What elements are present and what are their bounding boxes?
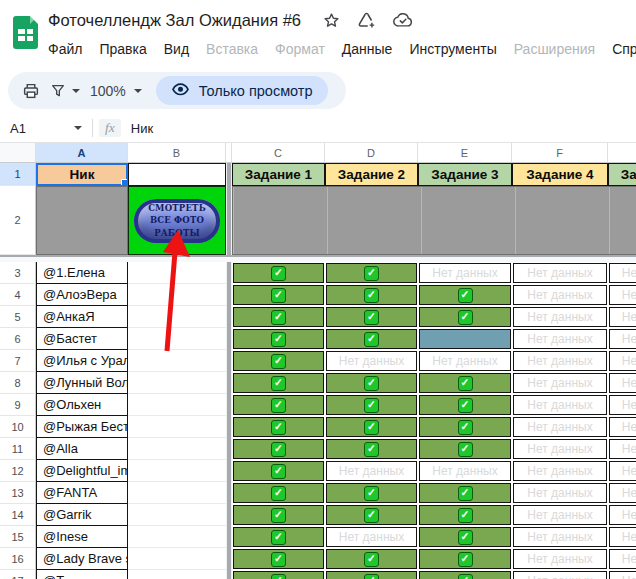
nickname-cell[interactable]: @Ольхен bbox=[36, 394, 128, 416]
nickname-cell[interactable]: @1.Елена bbox=[36, 262, 128, 284]
cell-b-empty[interactable] bbox=[128, 416, 226, 438]
task-cell[interactable] bbox=[232, 504, 325, 526]
nickname-cell[interactable]: @АнкаЯ bbox=[36, 306, 128, 328]
task-cell[interactable] bbox=[232, 482, 325, 504]
add-shortcut-to-drive-icon[interactable] bbox=[357, 12, 376, 29]
menu-item-8[interactable]: Расширения bbox=[512, 41, 597, 57]
column-header-f[interactable]: F bbox=[512, 143, 608, 163]
row-number[interactable]: 2 bbox=[0, 186, 36, 255]
task-cell[interactable]: Нет данных bbox=[418, 460, 512, 482]
row-number[interactable]: 7 bbox=[0, 350, 36, 372]
task-cell[interactable] bbox=[418, 416, 512, 438]
task-cell[interactable] bbox=[232, 350, 325, 372]
cell-a2[interactable] bbox=[36, 186, 128, 255]
cell-b-empty[interactable] bbox=[128, 438, 226, 460]
nickname-cell[interactable]: @Alla bbox=[36, 438, 128, 460]
column-header-a[interactable]: A bbox=[36, 143, 128, 163]
cell-b-empty[interactable] bbox=[128, 372, 226, 394]
filter-dropdown-caret[interactable] bbox=[72, 89, 80, 93]
cell-b-empty[interactable] bbox=[128, 570, 226, 579]
nickname-cell[interactable]: @АлоэВера bbox=[36, 284, 128, 306]
nickname-cell[interactable]: @Рыжая Бести bbox=[36, 416, 128, 438]
column-header-g[interactable] bbox=[608, 143, 636, 163]
menu-item-3[interactable]: Вид bbox=[162, 41, 191, 57]
task-cell[interactable]: Нет данных bbox=[608, 504, 636, 526]
row-number[interactable]: 17 bbox=[0, 570, 36, 579]
task-cell[interactable]: Нет данных bbox=[608, 350, 636, 372]
task-cell[interactable] bbox=[418, 328, 512, 350]
column-header-c[interactable]: C bbox=[232, 143, 325, 163]
row-number[interactable]: 3 bbox=[0, 262, 36, 284]
column-header-b[interactable]: B bbox=[128, 143, 226, 163]
menu-item-7[interactable]: Инструменты bbox=[407, 41, 498, 57]
task-cell[interactable] bbox=[232, 328, 325, 350]
row-number[interactable]: 11 bbox=[0, 438, 36, 460]
task-cell[interactable] bbox=[325, 284, 418, 306]
task-cell[interactable]: Нет данных bbox=[512, 570, 608, 579]
task-cell[interactable]: Нет данных bbox=[608, 460, 636, 482]
row-number[interactable]: 8 bbox=[0, 372, 36, 394]
task-cell[interactable]: Нет данных bbox=[418, 350, 512, 372]
task-cell[interactable]: Нет данных bbox=[512, 438, 608, 460]
task-header-4[interactable]: Задание 4 bbox=[512, 163, 608, 186]
filter-icon[interactable] bbox=[46, 76, 70, 106]
row-number[interactable]: 4 bbox=[0, 284, 36, 306]
task-cell[interactable] bbox=[232, 372, 325, 394]
task-cell[interactable] bbox=[325, 482, 418, 504]
task-header-3[interactable]: Задание 3 bbox=[418, 163, 512, 186]
cell-b-empty[interactable] bbox=[128, 394, 226, 416]
task-cell[interactable] bbox=[325, 394, 418, 416]
task-cell[interactable]: Нет данных bbox=[512, 284, 608, 306]
cell-b-empty[interactable] bbox=[128, 504, 226, 526]
task-cell[interactable] bbox=[418, 526, 512, 548]
task-cell[interactable]: Нет данных bbox=[608, 284, 636, 306]
task-cell[interactable] bbox=[232, 306, 325, 328]
task-cell[interactable]: Нет данных bbox=[608, 438, 636, 460]
task-cell[interactable]: Нет данных bbox=[418, 262, 512, 284]
task-cell[interactable]: Нет данных bbox=[608, 570, 636, 579]
cell-b-empty[interactable] bbox=[128, 350, 226, 372]
view-only-mode-button[interactable]: Только просмотр bbox=[156, 76, 328, 105]
task-cell[interactable]: Нет данных bbox=[325, 460, 418, 482]
cell-b-empty[interactable] bbox=[128, 460, 226, 482]
grid-corner-cell[interactable] bbox=[0, 143, 36, 163]
task-cell[interactable]: Нет данных bbox=[608, 416, 636, 438]
nick-header-cell[interactable]: Ник bbox=[36, 163, 128, 186]
row2-gray-cells[interactable] bbox=[232, 186, 636, 255]
task-cell[interactable]: Нет данных bbox=[608, 526, 636, 548]
task-cell[interactable]: Нет данных bbox=[512, 262, 608, 284]
menu-item-6[interactable]: Данные bbox=[340, 41, 395, 57]
task-cell[interactable]: Нет данных bbox=[608, 548, 636, 570]
task-cell[interactable]: Нет данных bbox=[512, 372, 608, 394]
task-cell[interactable]: Нет данных bbox=[512, 526, 608, 548]
task-cell[interactable] bbox=[418, 438, 512, 460]
menu-item-9[interactable]: Справка bbox=[610, 41, 636, 57]
row-number[interactable]: 16 bbox=[0, 548, 36, 570]
task-cell[interactable] bbox=[232, 570, 325, 579]
nickname-cell[interactable]: @Lady Brave sp bbox=[36, 548, 128, 570]
nickname-cell[interactable]: @Garrik bbox=[36, 504, 128, 526]
task-cell[interactable] bbox=[232, 284, 325, 306]
document-title[interactable]: Фоточеллендж Зал Ожидания #6 bbox=[48, 11, 301, 30]
task-cell[interactable]: Нет данных bbox=[608, 262, 636, 284]
task-cell[interactable]: Нет данных bbox=[512, 482, 608, 504]
saved-to-drive-cloud-icon[interactable] bbox=[393, 13, 413, 28]
task-cell[interactable]: Нет данных bbox=[512, 306, 608, 328]
task-cell[interactable]: Нет данных bbox=[325, 350, 418, 372]
task-cell[interactable]: Нет данных bbox=[608, 306, 636, 328]
nickname-cell[interactable]: @Inese bbox=[36, 526, 128, 548]
name-box[interactable]: A1 bbox=[0, 121, 72, 136]
task-header-5[interactable]: Задание 5 bbox=[608, 163, 636, 186]
nickname-cell[interactable]: @Лунный Волч bbox=[36, 372, 128, 394]
menu-item-5[interactable]: Формат bbox=[273, 41, 327, 57]
cell-b-empty[interactable] bbox=[128, 306, 226, 328]
task-cell[interactable] bbox=[232, 416, 325, 438]
task-cell[interactable] bbox=[418, 394, 512, 416]
task-cell[interactable]: Нет данных bbox=[608, 328, 636, 350]
column-header-d[interactable]: D bbox=[325, 143, 418, 163]
row-number[interactable]: 1 bbox=[0, 163, 36, 186]
task-cell[interactable] bbox=[232, 394, 325, 416]
menu-item-1[interactable]: Файл bbox=[46, 41, 84, 57]
task-cell[interactable] bbox=[325, 570, 418, 579]
task-cell[interactable] bbox=[418, 372, 512, 394]
